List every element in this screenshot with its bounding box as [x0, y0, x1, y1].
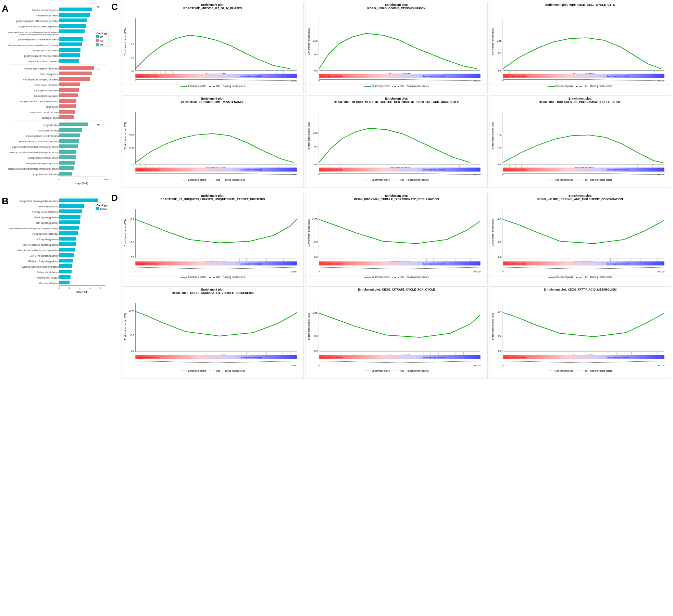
svg-rect-38 — [59, 104, 76, 108]
gsea-legend-d2: Enrichment profile Hits Ranking metric s… — [306, 275, 487, 279]
svg-text:0.0: 0.0 — [314, 256, 318, 258]
svg-text:Cytokine-cytokine receptor int: Cytokine-cytokine receptor interaction — [21, 266, 59, 268]
svg-rect-78 — [96, 43, 99, 46]
svg-text:0.0: 0.0 — [131, 256, 134, 258]
svg-rect-97 — [59, 242, 76, 246]
gsea-title-d6: Enrichment plot: KEGG_FATTY_ACID_METABOL… — [489, 287, 671, 299]
svg-text:0.0: 0.0 — [498, 69, 501, 72]
svg-text:Enrichment score (ES): Enrichment score (ES) — [491, 219, 494, 246]
svg-text:0: 0 — [319, 80, 320, 82]
gsea-legend-d5: Enrichment profile Hits Ranking metric s… — [306, 369, 487, 372]
svg-text:Ontology: Ontology — [97, 32, 107, 35]
svg-text:Low (negatively correlated): Low (negatively correlated) — [423, 169, 446, 171]
svg-rect-14 — [59, 42, 82, 46]
svg-text:apical part of cell: apical part of cell — [42, 117, 59, 119]
svg-rect-83 — [59, 204, 84, 208]
svg-text:0.4: 0.4 — [314, 145, 318, 148]
gsea-plot-d1: Enrichment plot:REACTOME_E3_UBIQUITIN_LI… — [122, 193, 304, 285]
svg-rect-333 — [319, 355, 481, 359]
svg-text:7.5: 7.5 — [96, 178, 99, 180]
svg-text:0: 0 — [135, 80, 136, 82]
svg-text:0.0: 0.0 — [131, 350, 134, 352]
svg-text:0.72: 0.72 — [313, 132, 318, 134]
svg-text:collagen-containing extracellu: collagen-containing extracellular matrix — [20, 100, 59, 103]
gsea-svg-c6: Enrichment score (ES) 0.0 0.35 0.60 Zero… — [489, 108, 671, 177]
svg-text:6: 6 — [89, 287, 91, 289]
svg-rect-56 — [59, 150, 76, 154]
gsea-plot-c4: Enrichment plot:REACTOME_CHROMOSOME_MAIN… — [122, 95, 304, 188]
svg-text:0.0: 0.0 — [314, 163, 318, 166]
svg-rect-10 — [59, 29, 85, 33]
svg-rect-314 — [135, 355, 297, 359]
svg-text:Viral protein interaction with: Viral protein interaction with cytokine … — [10, 228, 59, 230]
section-d-label: D — [111, 193, 118, 203]
svg-text:High (positively correlated): High (positively correlated) — [504, 169, 526, 171]
gsea-plot-d4: Enrichment plot:REACTOME_GOLGI_ASSOCIATE… — [122, 286, 304, 379]
gsea-plot-d2: Enrichment plot:KEGG_PROXIMAL_TUBULE_BIC… — [305, 193, 487, 285]
svg-text:5.0: 5.0 — [85, 178, 88, 180]
svg-text:0: 0 — [135, 271, 136, 273]
svg-text:High (positively correlated): High (positively correlated) — [504, 357, 526, 359]
gsea-title-c3: Enrichment plot: WHITFIELD_CELL_CYCLE_G1… — [489, 2, 671, 14]
svg-text:Low (negatively correlated): Low (negatively correlated) — [240, 169, 262, 171]
svg-rect-34 — [59, 93, 78, 97]
svg-text:Enrichment score (ES): Enrichment score (ES) — [124, 122, 127, 149]
gsea-legend-c1: Enrichment profile Hits Ranking metric s… — [122, 84, 303, 88]
gsea-svg-d5: Enrichment score (ES) -0.65 -0.3 0.0 Zer… — [306, 299, 487, 368]
svg-text:Enrichment score (ES): Enrichment score (ES) — [491, 313, 494, 340]
svg-rect-62 — [59, 166, 74, 170]
svg-text:0: 0 — [502, 80, 503, 82]
svg-text:immunoglobulin complex: immunoglobulin complex — [34, 95, 59, 98]
svg-text:60,000: 60,000 — [291, 364, 297, 367]
section-b: B Complement and coagulation cascades Rh… — [2, 196, 108, 341]
svg-rect-161 — [319, 74, 481, 78]
svg-rect-237 — [503, 168, 664, 172]
svg-text:0: 0 — [319, 174, 320, 176]
gsea-plot-c6: Enrichment plot:REACTOME_DISEASES_OF_PRO… — [489, 95, 671, 188]
section-d: D Enrichment plot:REACTOME_E3_UBIQUITIN_… — [111, 193, 671, 379]
svg-text:Primary immunodeficiency: Primary immunodeficiency — [33, 211, 59, 214]
gsea-title-c5: Enrichment plot:REACTOME_RECRUITMENT_OF_… — [306, 96, 487, 108]
svg-text:endopeptidase regulatory activ: endopeptidase regulatory activity — [26, 162, 59, 165]
svg-text:Enrichment score (ES): Enrichment score (ES) — [491, 28, 494, 55]
svg-text:positive regulation of cell ac: positive regulation of cell activation — [24, 55, 59, 57]
gsea-legend-c3: Enrichment profile Hits Ranking metric s… — [489, 84, 671, 88]
svg-text:High (positively correlated): High (positively correlated) — [321, 357, 343, 359]
svg-text:60,000: 60,000 — [474, 364, 481, 367]
svg-text:organic acid transmembrane tra: organic acid transmembrane transporter a… — [12, 146, 59, 149]
panel-d-grid: Enrichment plot:REACTOME_E3_UBIQUITIN_LI… — [122, 193, 671, 379]
svg-text:-0.7: -0.7 — [130, 218, 134, 220]
svg-text:Enrichment score (ES): Enrichment score (ES) — [124, 313, 127, 340]
svg-text:Low (negatively correlated): Low (negatively correlated) — [423, 75, 446, 77]
svg-text:0.0: 0.0 — [498, 163, 501, 166]
gsea-plot-c2: Enrichment plot:KEGG_HOMOLOGOUS_RECOMBIN… — [305, 2, 487, 94]
panel-a-chart: BP humoral immune response complement ac… — [8, 3, 109, 188]
svg-rect-89 — [59, 220, 80, 224]
section-b-label: B — [2, 196, 9, 207]
svg-text:0.4: 0.4 — [498, 52, 501, 54]
svg-text:Low (negatively correlated): Low (negatively correlated) — [607, 75, 629, 77]
svg-text:Low (negatively correlated): Low (negatively correlated) — [607, 357, 629, 359]
svg-text:external side of plasma membra: external side of plasma membrane — [24, 67, 59, 70]
svg-rect-180 — [503, 74, 664, 78]
svg-rect-91 — [59, 226, 79, 230]
svg-rect-60 — [59, 161, 75, 165]
svg-text:0.65: 0.65 — [129, 133, 134, 136]
gsea-svg-d2: Enrichment score (ES) -0.65 -0.3 0.0 Zer… — [306, 205, 487, 274]
svg-text:-0.3: -0.3 — [130, 334, 134, 336]
svg-text:0.0: 0.0 — [131, 69, 134, 72]
svg-text:60,000: 60,000 — [658, 80, 664, 82]
svg-text:0: 0 — [502, 271, 503, 273]
gsea-title-c2: Enrichment plot:KEGG_HOMOLOGOUS_RECOMBIN… — [306, 2, 487, 14]
gsea-svg-c2: Enrichment score (ES) 0.0 0.4 0.75 Zero … — [306, 14, 487, 83]
svg-text:brush border: brush border — [46, 106, 59, 108]
svg-rect-352 — [503, 355, 664, 359]
svg-text:Enrichment score (ES): Enrichment score (ES) — [124, 219, 127, 246]
gsea-title-c4: Enrichment plot:REACTOME_CHROMOSOME_MAIN… — [122, 96, 303, 108]
svg-rect-30 — [59, 82, 80, 86]
svg-rect-16 — [59, 48, 80, 52]
svg-text:adaptive immune response based: adaptive immune response based on somati… — [8, 31, 59, 33]
gsea-legend-c4: Enrichment profile Hits Ranking metric s… — [122, 178, 303, 181]
svg-text:0: 0 — [502, 364, 503, 367]
svg-rect-48 — [59, 128, 82, 132]
